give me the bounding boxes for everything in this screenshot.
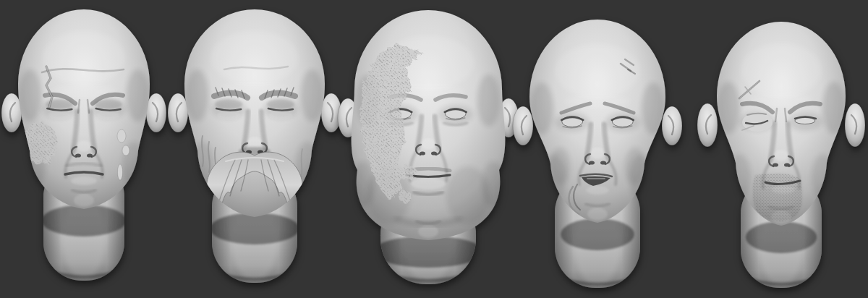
head-sculpt-5 [695, 17, 867, 298]
head-1-render [0, 5, 171, 297]
head-2-render [163, 5, 346, 298]
sculpt-viewport [0, 0, 868, 298]
head-sculpt-4 [508, 15, 687, 298]
head-sculpt-2 [163, 5, 346, 298]
head-4-render [508, 15, 687, 298]
head-5-render [695, 17, 867, 298]
head-3-render [333, 6, 524, 298]
head-sculpt-3 [333, 6, 524, 298]
head-sculpt-1 [0, 5, 171, 297]
